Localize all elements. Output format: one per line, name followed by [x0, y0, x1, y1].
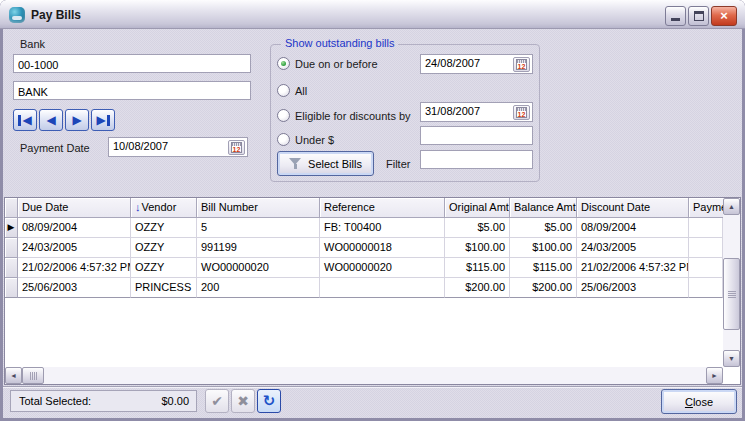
- grid-cell[interactable]: $100.00: [445, 238, 510, 258]
- close-button[interactable]: Close: [661, 389, 737, 414]
- grid-cell[interactable]: $200.00: [510, 278, 577, 298]
- pay-bills-window: Pay Bills × Bank ◀ ◀ ▶ ▶ Payment Date 10…: [0, 0, 745, 421]
- next-record-button[interactable]: ▶: [65, 109, 89, 131]
- grid-cell[interactable]: $115.00: [445, 258, 510, 278]
- grid-cell[interactable]: $100.00: [510, 238, 577, 258]
- grid-cell[interactable]: $5.00: [445, 218, 510, 238]
- column-header-reference[interactable]: Reference: [320, 198, 445, 218]
- column-header-bill-number[interactable]: Bill Number: [197, 198, 320, 218]
- maximize-button[interactable]: [688, 6, 709, 26]
- grid-cell[interactable]: $5.00: [510, 218, 577, 238]
- horizontal-scrollbar[interactable]: ◄ ►: [5, 367, 723, 384]
- window-title: Pay Bills: [31, 8, 81, 22]
- column-header-due-date[interactable]: Due Date: [18, 198, 131, 218]
- grid-cell[interactable]: 08/09/2004: [577, 218, 689, 238]
- payment-date-calendar-button[interactable]: 12: [228, 140, 245, 155]
- grid-cell[interactable]: [689, 218, 723, 238]
- grid-cell[interactable]: PRINCESS: [131, 278, 197, 298]
- column-header-vendor[interactable]: ↓Vendor: [131, 198, 197, 218]
- under-amount-input[interactable]: [420, 126, 533, 145]
- vertical-scrollbar-thumb[interactable]: [723, 258, 740, 330]
- table-row[interactable]: ▶ 08/09/2004 OZZY 5 FB: T00400 $5.00 $5.…: [5, 218, 723, 238]
- grid-cell[interactable]: 24/03/2005: [577, 238, 689, 258]
- grid-cell[interactable]: OZZY: [131, 258, 197, 278]
- grid-cell[interactable]: 21/02/2006 4:57:32 PM: [577, 258, 689, 278]
- select-bills-label: Select Bills: [308, 158, 362, 170]
- grid-cell[interactable]: 08/09/2004: [18, 218, 131, 238]
- grid-cell[interactable]: 25/06/2003: [18, 278, 131, 298]
- grid-cell[interactable]: 5: [197, 218, 320, 238]
- previous-arrow-icon: ◀: [46, 113, 55, 127]
- filter-funnel-icon: [289, 157, 303, 170]
- table-row[interactable]: 25/06/2003 PRINCESS 200 $200.00 $200.00 …: [5, 278, 723, 298]
- calendar-icon: 12: [516, 107, 527, 118]
- close-window-button[interactable]: ×: [711, 6, 737, 26]
- table-row[interactable]: 21/02/2006 4:57:32 PM OZZY WO00000020 WO…: [5, 258, 723, 278]
- discount-date-field[interactable]: 31/08/2007 12: [420, 102, 533, 122]
- payment-date-field[interactable]: 10/08/2007 12: [108, 137, 248, 157]
- grid-cell[interactable]: WO00000020: [197, 258, 320, 278]
- refresh-button[interactable]: ↻: [257, 389, 281, 413]
- first-bar-icon: [18, 115, 21, 126]
- radio-eligible-for-discounts-label[interactable]: Eligible for discounts by: [295, 110, 411, 122]
- first-record-button[interactable]: ◀: [13, 109, 37, 131]
- radio-all-label[interactable]: All: [295, 85, 307, 97]
- scroll-down-button[interactable]: ▼: [723, 350, 740, 367]
- footer-divider: [3, 386, 742, 388]
- due-date-field[interactable]: 24/08/2007 12: [420, 54, 533, 74]
- vertical-scrollbar[interactable]: ▲ ▼: [723, 198, 740, 367]
- row-marker-icon: ▶: [8, 222, 15, 232]
- grid-cell[interactable]: [320, 278, 445, 298]
- minimize-button[interactable]: [665, 6, 686, 26]
- grid-cell[interactable]: [689, 278, 723, 298]
- radio-due-on-or-before-label[interactable]: Due on or before: [295, 58, 378, 70]
- column-header-original-amt[interactable]: Original Amt: [445, 198, 510, 218]
- grid-cell[interactable]: FB: T00400: [320, 218, 445, 238]
- row-selector[interactable]: [5, 258, 18, 278]
- due-date-value: 24/08/2007: [425, 57, 480, 69]
- column-header-payment[interactable]: Payme: [689, 198, 723, 218]
- radio-eligible-for-discounts[interactable]: [277, 109, 290, 122]
- radio-all[interactable]: [277, 84, 290, 97]
- grid-cell[interactable]: 25/06/2003: [577, 278, 689, 298]
- filter-input[interactable]: [420, 150, 533, 169]
- bank-name-input[interactable]: [13, 81, 251, 100]
- grid-cell[interactable]: WO00000018: [320, 238, 445, 258]
- scrollbar-grip-icon: [728, 291, 736, 298]
- grid-cell[interactable]: OZZY: [131, 238, 197, 258]
- grid-cell[interactable]: OZZY: [131, 218, 197, 238]
- grid-cell[interactable]: 21/02/2006 4:57:32 PM: [18, 258, 131, 278]
- table-row[interactable]: 24/03/2005 OZZY 991199 WO00000018 $100.0…: [5, 238, 723, 258]
- grid-cell[interactable]: 200: [197, 278, 320, 298]
- grid-cell[interactable]: [689, 238, 723, 258]
- grid-cell[interactable]: [689, 258, 723, 278]
- due-date-calendar-button[interactable]: 12: [513, 57, 530, 72]
- grid-cell[interactable]: 991199: [197, 238, 320, 258]
- row-selector[interactable]: [5, 278, 18, 298]
- cancel-button[interactable]: ✖: [231, 389, 255, 413]
- scroll-right-button[interactable]: ►: [706, 367, 723, 384]
- scroll-up-button[interactable]: ▲: [723, 198, 740, 215]
- grid-cell[interactable]: 24/03/2005: [18, 238, 131, 258]
- horizontal-scrollbar-thumb[interactable]: [22, 367, 44, 384]
- grid-cell[interactable]: WO00000020: [320, 258, 445, 278]
- bank-code-input[interactable]: [13, 54, 251, 73]
- radio-under-amount-label[interactable]: Under $: [295, 134, 334, 146]
- grid-cell[interactable]: $200.00: [445, 278, 510, 298]
- column-header-discount-date[interactable]: Discount Date: [577, 198, 689, 218]
- bills-grid: Due Date ↓Vendor Bill Number Reference O…: [4, 197, 741, 385]
- previous-record-button[interactable]: ◀: [39, 109, 63, 131]
- radio-due-on-or-before[interactable]: [277, 57, 290, 70]
- next-arrow-icon: ▶: [72, 113, 81, 127]
- grid-cell[interactable]: $115.00: [510, 258, 577, 278]
- row-selector[interactable]: [5, 238, 18, 258]
- filter-label: Filter: [386, 158, 410, 170]
- column-header-balance-amt[interactable]: Balance Amt: [510, 198, 577, 218]
- discount-date-calendar-button[interactable]: 12: [513, 105, 530, 120]
- radio-under-amount[interactable]: [277, 133, 290, 146]
- select-bills-button[interactable]: Select Bills: [277, 151, 374, 176]
- accept-button[interactable]: ✔: [205, 389, 229, 413]
- scroll-left-button[interactable]: ◄: [5, 367, 22, 384]
- last-record-button[interactable]: ▶: [91, 109, 115, 131]
- title-bar[interactable]: Pay Bills ×: [0, 0, 745, 29]
